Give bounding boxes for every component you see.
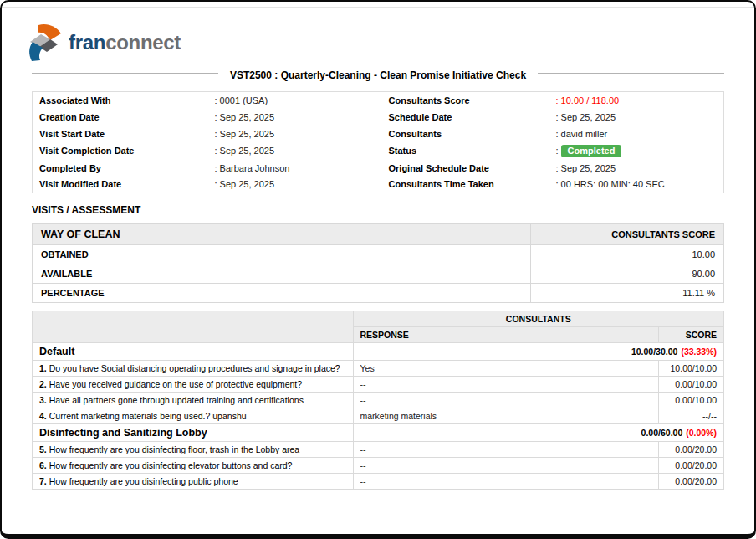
info-label: Original Schedule Date: [382, 160, 549, 177]
info-value: : Sep 25, 2025: [208, 142, 382, 160]
info-label: Status: [382, 142, 549, 160]
question-score: 0.00/20.00: [659, 458, 724, 474]
section-name: Default: [33, 343, 354, 361]
franconnect-logo-text: franconnect: [69, 31, 181, 54]
info-row: Creation Date : Sep 25, 2025 Schedule Da…: [33, 109, 724, 126]
question-score: 0.00/10.00: [659, 393, 724, 408]
question-response: marketing materials: [353, 408, 659, 424]
logo-connect: connect: [105, 31, 181, 54]
info-value: : Sep 25, 2025: [208, 126, 382, 142]
summary-row: PERCENTAGE 11.11 %: [33, 284, 724, 303]
question-response: --: [353, 458, 659, 474]
summary-value: 10.00: [531, 245, 724, 264]
info-row: Completed By : Barbara Johnson Original …: [33, 160, 724, 177]
report-window: franconnect VST2500 : Quarterly-Cleaning…: [0, 0, 756, 539]
question-number: 7.: [39, 476, 47, 486]
summary-row: OBTAINED 10.00: [33, 245, 724, 264]
question-text: Have all partners gone through updated t…: [49, 395, 304, 405]
question-number: 1.: [39, 363, 47, 373]
summary-score-header: CONSULTANTS SCORE: [531, 224, 724, 245]
section-score-value: 0.00/60.00: [641, 428, 683, 438]
section-score: 10.00/30.00(33.33%): [353, 343, 724, 361]
question-text: How frequently are you disinfecting publ…: [49, 476, 238, 486]
info-value: : 0001 (USA): [208, 92, 382, 109]
info-value: : Sep 25, 2025: [208, 109, 382, 126]
franconnect-logo-icon: [27, 23, 65, 62]
questions-group-header-row: CONSULTANTS: [33, 311, 724, 327]
question-score: 0.00/20.00: [659, 442, 724, 458]
question-score: --/--: [659, 408, 724, 424]
report-title-bar: VST2500 : Quarterly-Cleaning - Clean Pro…: [32, 67, 724, 82]
question-score: 10.00/10.00: [659, 361, 724, 377]
way-of-clean-table: WAY OF CLEAN CONSULTANTS SCORE OBTAINED …: [32, 223, 724, 303]
info-row: Visit Start Date : Sep 25, 2025 Consulta…: [33, 126, 724, 142]
report-title: VST2500 : Quarterly-Cleaning - Clean Pro…: [218, 69, 538, 81]
info-label: Visit Completion Date: [33, 142, 208, 160]
question-response: Yes: [353, 361, 659, 377]
visits-assessment-heading: VISITS / ASSESSMENT: [32, 204, 724, 216]
question-number: 2.: [39, 379, 47, 389]
info-label: Completed By: [33, 160, 208, 177]
section-score-percent: (0.00%): [686, 428, 717, 438]
info-value: : Sep 25, 2025: [549, 109, 724, 126]
question-cell: 6.How frequently are you disinfecting el…: [33, 458, 354, 474]
section-row: Default 10.00/30.00(33.33%): [33, 343, 724, 361]
info-row: Associated With : 0001 (USA) Consultants…: [33, 92, 724, 109]
info-label: Consultants Score: [382, 92, 549, 109]
info-label: Associated With: [33, 92, 208, 109]
info-value: : Barbara Johnson: [208, 160, 382, 177]
status-badge: Completed: [561, 145, 622, 157]
question-response: --: [353, 442, 659, 458]
question-text: Current marketing materials being used.?…: [49, 411, 247, 421]
question-text: How frequently are you disinfecting elev…: [49, 460, 293, 470]
question-cell: 1.Do you have Social distancing operatin…: [33, 361, 354, 377]
summary-title: WAY OF CLEAN: [33, 224, 531, 245]
info-label: Consultants: [382, 126, 549, 142]
question-response: --: [353, 474, 659, 490]
report-header: franconnect: [27, 23, 754, 62]
info-label: Schedule Date: [382, 109, 549, 126]
consultants-score-value: : 10.00 / 118.00: [549, 92, 724, 109]
info-row: Visit Modified Date : Sep 25, 2025 Consu…: [33, 177, 724, 193]
question-cell: 7.How frequently are you disinfecting pu…: [33, 474, 354, 490]
question-row: 1.Do you have Social distancing operatin…: [33, 361, 724, 377]
question-row: 6.How frequently are you disinfecting el…: [33, 458, 724, 474]
info-value: : david miller: [549, 126, 724, 142]
status-value: :Completed: [549, 142, 724, 160]
section-name: Disinfecting and Sanitizing Lobby: [33, 424, 354, 442]
question-number: 3.: [39, 395, 47, 405]
questions-header-corner: [33, 311, 354, 343]
question-number: 6.: [39, 460, 47, 470]
question-cell: 4.Current marketing materials being used…: [33, 408, 354, 424]
question-response: --: [353, 393, 659, 408]
assessment-questions-table: CONSULTANTS RESPONSE SCORE Default 10.00…: [32, 311, 724, 490]
section-score: 0.00/60.00(0.00%): [353, 424, 724, 442]
window-top-divider: [3, 7, 753, 8]
response-column-header: RESPONSE: [353, 327, 659, 343]
info-value: : 00 HRS: 00 MIN: 40 SEC: [549, 177, 724, 193]
summary-value: 90.00: [531, 264, 724, 284]
info-label: Consultants Time Taken: [382, 177, 549, 193]
info-label: Visit Modified Date: [33, 177, 208, 193]
question-cell: 2.Have you received guidance on the use …: [33, 377, 354, 393]
question-row: 3.Have all partners gone through updated…: [33, 393, 724, 408]
status-colon: :: [556, 146, 559, 156]
section-row: Disinfecting and Sanitizing Lobby 0.00/6…: [33, 424, 724, 442]
summary-label: AVAILABLE: [33, 264, 531, 284]
question-number: 5.: [39, 444, 47, 454]
summary-header-row: WAY OF CLEAN CONSULTANTS SCORE: [33, 224, 724, 245]
info-row: Visit Completion Date : Sep 25, 2025 Sta…: [33, 142, 724, 160]
info-label: Visit Start Date: [33, 126, 208, 142]
question-cell: 5.How frequently are you disinfecting fl…: [33, 442, 354, 458]
question-number: 4.: [39, 411, 47, 421]
visit-info-table: Associated With : 0001 (USA) Consultants…: [32, 91, 724, 193]
question-response: --: [353, 377, 659, 393]
question-row: 2.Have you received guidance on the use …: [33, 377, 724, 393]
summary-row: AVAILABLE 90.00: [33, 264, 724, 284]
question-text: Have you received guidance on the use of…: [49, 379, 302, 389]
summary-value: 11.11 %: [531, 284, 724, 303]
question-score: 0.00/20.00: [659, 474, 724, 490]
question-text: How frequently are you disinfecting floo…: [49, 444, 299, 454]
question-cell: 3.Have all partners gone through updated…: [33, 393, 354, 408]
question-score: 0.00/10.00: [659, 377, 724, 393]
